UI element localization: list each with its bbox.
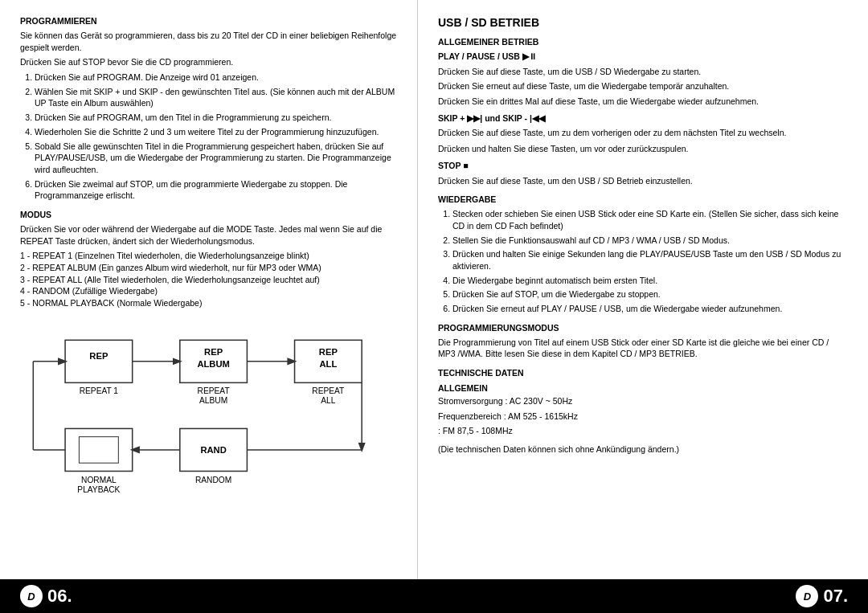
play-line-2: Drücken Sie erneut auf diese Taste, um d… — [438, 80, 848, 92]
skip-subtitle: SKIP + ▶▶| und SKIP - |◀◀ — [438, 112, 848, 125]
tech-line-1: Stromversorgung : AC 230V ~ 50Hz — [438, 395, 848, 407]
footer-right-badge: D 07. — [796, 585, 848, 607]
svg-text:ALL: ALL — [321, 396, 335, 405]
footer-left-number: 06. — [47, 586, 72, 607]
left-panel: PROGRAMMIEREN Sie können das Gerät so pr… — [0, 0, 418, 579]
step-6: Drücken Sie zweimal auf STOP, um die pro… — [35, 178, 397, 202]
svg-text:RANDOM: RANDOM — [195, 475, 231, 484]
diagram-svg: REP REPEAT 1 REP ALBUM REPEAT ALBUM REP … — [20, 317, 397, 502]
allgemein-subtitle: ALLGEMEIN — [438, 383, 848, 393]
skip-line-1: Drücken Sie auf diese Taste, um zu dem v… — [438, 127, 848, 139]
wiedergabe-steps: Stecken oder schieben Sie einen USB Stic… — [452, 208, 848, 315]
svg-text:REP: REP — [319, 346, 338, 356]
svg-text:NORMAL: NORMAL — [81, 475, 117, 484]
programmierungsmodus-text: Die Programmierung von Titel auf einem U… — [438, 337, 848, 360]
allgemeiner-betrieb-title: ALLGEMEINER BETRIEB — [438, 37, 848, 47]
svg-text:REPEAT: REPEAT — [312, 386, 344, 394]
skip-line-2: Drücken und halten Sie diese Tasten, um … — [438, 143, 848, 155]
step-2: Wählen Sie mit SKIP + und SKIP - den gew… — [35, 86, 397, 109]
svg-text:ALBUM: ALBUM — [197, 359, 229, 369]
step-3: Drücken Sie auf PROGRAM, um den Titel in… — [35, 112, 397, 124]
stop-subtitle: STOP ■ — [438, 160, 848, 172]
svg-rect-0 — [65, 340, 133, 382]
programmieren-intro: Sie können das Gerät so programmieren, d… — [20, 30, 397, 53]
step-4: Wiederholen Sie die Schritte 2 und 3 um … — [35, 126, 397, 138]
w-step-2: Stellen Sie die Funktionsauswahl auf CD … — [452, 235, 848, 247]
play-line-1: Drücken Sie auf diese Taste, um die USB … — [438, 66, 848, 78]
mode-list: 1 - REPEAT 1 (Einzelnen Titel wiederhole… — [20, 250, 397, 309]
mode-4: 4 - RANDOM (Zufällige Wiedergabe) — [20, 285, 397, 297]
svg-text:REP: REP — [204, 346, 223, 356]
programmieren-section: PROGRAMMIEREN Sie können das Gerät so pr… — [20, 16, 397, 202]
mode-3: 3 - REPEAT ALL (Alle Titel wiederholen, … — [20, 274, 397, 286]
svg-text:RAND: RAND — [200, 445, 226, 455]
step-5: Sobald Sie alle gewünschten Titel in die… — [35, 141, 397, 176]
mode-diagram: REP REPEAT 1 REP ALBUM REPEAT ALBUM REP … — [20, 317, 397, 502]
modus-section: MODUS Drücken Sie vor oder während der W… — [20, 210, 397, 309]
modus-intro: Drücken Sie vor oder während der Wiederg… — [20, 223, 397, 247]
wiedergabe-section: WIEDERGABE Stecken oder schieben Sie ein… — [438, 194, 848, 315]
svg-text:ALL: ALL — [319, 359, 337, 369]
play-pause-subtitle: PLAY / PAUSE / USB ▶⏸ — [438, 51, 848, 63]
technische-daten-section: TECHNISCHE DATEN ALLGEMEIN Stromversorgu… — [438, 368, 848, 456]
mode-1: 1 - REPEAT 1 (Einzelnen Titel wiederhole… — [20, 250, 397, 262]
wiedergabe-title: WIEDERGABE — [438, 194, 848, 204]
footer-left-badge: D 06. — [20, 585, 72, 607]
tech-line-2: Frequenzbereich : AM 525 - 1615kHz — [438, 411, 848, 423]
stop-line-1: Drücken Sie auf diese Taste, um den USB … — [438, 175, 848, 187]
svg-text:REPEAT: REPEAT — [198, 386, 230, 394]
right-panel: USB / SD BETRIEB ALLGEMEINER BETRIEB PLA… — [418, 0, 868, 579]
w-step-5: Drücken Sie auf STOP, um die Wiedergabe … — [452, 288, 848, 300]
footer: D 06. D 07. — [0, 579, 868, 613]
mode-2: 2 - REPEAT ALBUM (Ein ganzes Album wird … — [20, 262, 397, 274]
svg-text:REP: REP — [89, 351, 108, 361]
svg-rect-17 — [79, 436, 118, 463]
w-step-1: Stecken oder schieben Sie einen USB Stic… — [452, 208, 848, 231]
tech-line-3: : FM 87,5 - 108MHz — [438, 425, 848, 437]
tech-note: (Die technischen Daten können sich ohne … — [438, 443, 848, 456]
programmierungsmodus-title: PROGRAMMIERUNGSMODUS — [438, 323, 848, 333]
programmieren-title: PROGRAMMIEREN — [20, 16, 397, 26]
svg-text:ALBUM: ALBUM — [199, 396, 227, 405]
step-1: Drücken Sie auf PROGRAM. Die Anzeige wir… — [35, 72, 397, 84]
w-step-6: Drücken Sie erneut auf PLAY / PAUSE / US… — [452, 303, 848, 315]
footer-right-circle: D — [796, 585, 818, 607]
play-line-3: Drücken Sie ein drittes Mal auf diese Ta… — [438, 96, 848, 108]
technische-daten-title: TECHNISCHE DATEN — [438, 368, 848, 378]
programmieren-steps: Drücken Sie auf PROGRAM. Die Anzeige wir… — [35, 72, 397, 202]
svg-text:REPEAT 1: REPEAT 1 — [80, 386, 119, 394]
svg-text:PLAYBACK: PLAYBACK — [77, 485, 120, 494]
programmierungsmodus-section: PROGRAMMIERUNGSMODUS Die Programmierung … — [438, 323, 848, 360]
footer-right-number: 07. — [823, 586, 848, 607]
w-step-3: Drücken und halten Sie einige Sekunden l… — [452, 248, 848, 272]
allgemeiner-betrieb-section: ALLGEMEINER BETRIEB PLAY / PAUSE / USB ▶… — [438, 37, 848, 186]
w-step-4: Die Wiedergabe beginnt automatisch beim … — [452, 275, 848, 287]
modus-title: MODUS — [20, 210, 397, 219]
mode-5: 5 - NORMAL PLAYBACK (Normale Wiedergabe) — [20, 297, 397, 309]
footer-left-circle: D — [20, 585, 43, 607]
main-title: USB / SD BETRIEB — [438, 16, 848, 29]
programmieren-line1: Drücken Sie auf STOP bevor Sie die CD pr… — [20, 56, 397, 68]
